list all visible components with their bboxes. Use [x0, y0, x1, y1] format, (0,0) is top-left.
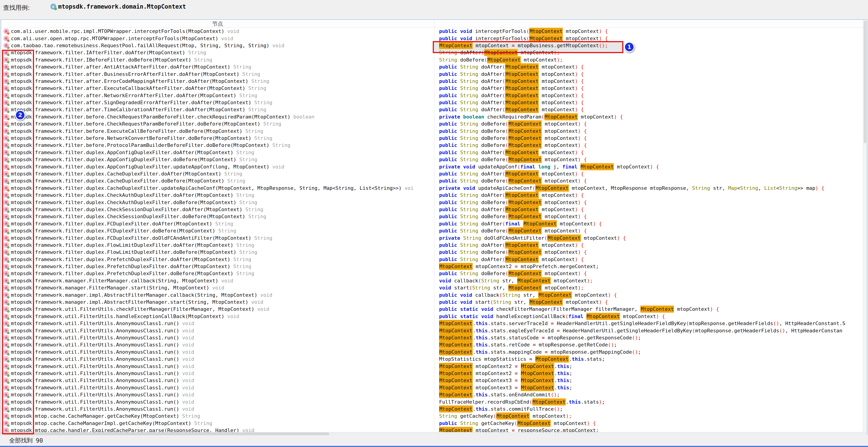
- usage-node-row[interactable]: mcom.taobao.tao.remotebusiness.RequestPo…: [1, 42, 434, 49]
- usage-code-row[interactable]: String doBefore(MtopContext mtopContext)…: [435, 56, 864, 63]
- usage-node-row[interactable]: mmtopsdk.framework.filter.after.Business…: [1, 70, 434, 78]
- usage-code-row[interactable]: MtopContext.this.stats.mappingCode = mto…: [435, 349, 864, 356]
- usage-node-row[interactable]: mmtopsdk.framework.filter.duplex.AppConf…: [1, 156, 434, 163]
- usage-code-row[interactable]: public String doAfter(MtopContext mtopCo…: [435, 191, 864, 199]
- usage-node-row[interactable]: mmtopsdk.framework.util.FilterUtils.Anon…: [1, 356, 434, 362]
- usage-code-row[interactable]: MtopContext.this.stats.commitFullTrace()…: [435, 406, 864, 413]
- usage-node-row[interactable]: mmtopsdk.framework.filter.duplex.AppConf…: [1, 163, 434, 170]
- usage-code-row[interactable]: String getCacheKey(MtopContext mtopConte…: [435, 413, 864, 420]
- usage-node-row[interactable]: mmtopsdk.framework.filter.before.Network…: [1, 135, 434, 142]
- usage-node-row[interactable]: mmtopsdk.framework.filter.before.CheckRe…: [1, 120, 434, 127]
- usage-node-row[interactable]: mmtopsdk.framework.filter.duplex.CacheDu…: [1, 185, 434, 191]
- usage-node-row[interactable]: mmtopsdk.framework.manager.FilterManager…: [1, 284, 434, 291]
- usage-node-row[interactable]: mmtopsdk.framework.manager.impl.Abstract…: [1, 299, 434, 305]
- usage-code-row[interactable]: public String doAfter(MtopContext mtopCo…: [435, 242, 864, 248]
- usage-node-row[interactable]: mmtopsdk.framework.util.FilterUtils.Anon…: [1, 391, 434, 398]
- usage-code-row[interactable]: private String doOldFCAndAntiFilter(Mtop…: [435, 234, 864, 241]
- usage-node-row[interactable]: mmtopsdk.framework.filter.after.TimeCali…: [1, 106, 434, 113]
- usage-node-row[interactable]: mmtopsdk.framework.util.FilterUtils.Anon…: [1, 341, 434, 348]
- usage-code-row[interactable]: MtopContext.this.stats.retCode = mtopRes…: [435, 341, 864, 348]
- usage-node-row[interactable]: mmtopsdk.framework.filter.duplex.FlowLim…: [1, 242, 434, 248]
- usage-code-row[interactable]: private void updateApiCacheConf(MtopCont…: [435, 185, 864, 191]
- node-column-header[interactable]: 节点: [1, 20, 434, 28]
- usage-code-row[interactable]: public String doBefore(MtopContext mtopC…: [435, 227, 864, 234]
- usage-code-row[interactable]: public String doAfter(MtopContext mtopCo…: [435, 256, 864, 263]
- usage-code-row[interactable]: void callback(String str, MtopContext mt…: [435, 277, 864, 284]
- usage-code-row[interactable]: public String doBefore(MtopContext mtopC…: [435, 177, 864, 184]
- usage-code-row[interactable]: public String doAfter(MtopContext mtopCo…: [435, 99, 864, 106]
- usage-code-row[interactable]: private void updateAppConf(final long j,…: [435, 163, 864, 170]
- usage-code-row[interactable]: public String doAfter(MtopContext mtopCo…: [435, 106, 864, 113]
- usage-node-row[interactable]: mmtopsdk.framework.filter.duplex.CheckAu…: [1, 191, 434, 199]
- usage-node-row[interactable]: mmtopsdk.mtop.cache.handler.ExpiredCache…: [1, 427, 434, 432]
- usage-code-row[interactable]: public String getCacheKey(MtopContext mt…: [435, 420, 864, 426]
- usage-node-row[interactable]: mmtopsdk.framework.util.FilterUtils.Anon…: [1, 362, 434, 369]
- usage-node-row[interactable]: mmtopsdk.framework.filter.before.CheckRe…: [1, 113, 434, 120]
- column-divider[interactable]: [434, 20, 434, 431]
- usage-code-row[interactable]: public String doBefore(MtopContext mtopC…: [435, 270, 864, 277]
- usage-node-row[interactable]: mmtopsdk.framework.filter.duplex.FCDuple…: [1, 227, 434, 234]
- usage-node-row[interactable]: mmtopsdk.framework.filter.after.ExecuteC…: [1, 85, 434, 92]
- usage-node-row[interactable]: mmtopsdk.framework.filter.duplex.Prefetc…: [1, 263, 434, 270]
- usage-code-row[interactable]: public String doAfter(MtopContext mtopCo…: [435, 170, 864, 177]
- usage-code-row[interactable]: public String doBefore(MtopContext mtopC…: [435, 142, 864, 149]
- usage-code-row[interactable]: private boolean checkRequiredParam(MtopC…: [435, 113, 864, 120]
- usage-code-row[interactable]: MtopStatistics mtopStatistics = MtopCont…: [435, 356, 864, 362]
- usage-code-row[interactable]: public String doAfter(MtopContext mtopCo…: [435, 206, 864, 213]
- usage-code-row[interactable]: MtopContext mtopContext = responseSource…: [435, 427, 864, 432]
- usage-node-row[interactable]: mmtopsdk.framework.util.FilterUtils.Anon…: [1, 320, 434, 327]
- usage-node-row[interactable]: mmtopsdk.framework.filter.duplex.CheckAu…: [1, 199, 434, 206]
- usage-code-row[interactable]: public String doBefore(MtopContext mtopC…: [435, 248, 864, 256]
- usage-node-row[interactable]: mmtopsdk.framework.filter.after.AntiAtta…: [1, 63, 434, 70]
- usage-code-row[interactable]: MtopContext mtopContext3 = MtopContext.t…: [435, 384, 864, 391]
- usage-code-row[interactable]: MtopContext mtopContext2 = MtopContext.t…: [435, 362, 864, 369]
- usage-node-row[interactable]: mcom.ali.user.mobile.rpc.impl.MTOPWrappe…: [1, 28, 434, 35]
- usage-code-row[interactable]: public String doBefore(MtopContext mtopC…: [435, 213, 864, 220]
- usage-code-row[interactable]: public String doBefore(MtopContext mtopC…: [435, 120, 864, 127]
- usage-code-row[interactable]: public void interceptForTools(MtopContex…: [435, 28, 864, 35]
- usage-node-row[interactable]: mcom.ali.user.open.mtop.rpc.MTOPWrapper.…: [1, 35, 434, 42]
- usage-node-row[interactable]: mmtopsdk.framework.filter.duplex.FCDuple…: [1, 234, 434, 241]
- usage-node-row[interactable]: mmtopsdk.framework.util.FilterUtils.Anon…: [1, 377, 434, 384]
- horizontal-scrollbar-thumb[interactable]: [2, 433, 329, 435]
- usage-code-row[interactable]: public String doAfter(MtopContext mtopCo…: [435, 92, 864, 99]
- usage-node-row[interactable]: mmtopsdk.framework.filter.duplex.Prefetc…: [1, 256, 434, 263]
- usage-node-row[interactable]: mmtopsdk.framework.filter.IBeforeFilter.…: [1, 56, 434, 63]
- usage-code-row[interactable]: public void start(String str, MtopContex…: [435, 299, 864, 305]
- usage-node-row[interactable]: mmtopsdk.framework.util.FilterUtils.Anon…: [1, 384, 434, 391]
- usage-node-row[interactable]: mmtopsdk.framework.filter.duplex.Prefetc…: [1, 270, 434, 277]
- usage-code-row[interactable]: public String doBefore(MtopContext mtopC…: [435, 127, 864, 135]
- usage-node-row[interactable]: mmtopsdk.framework.util.FilterUtils.Anon…: [1, 334, 434, 341]
- usage-code-row[interactable]: public static void checkFilterManager(Fi…: [435, 305, 864, 312]
- usage-node-row[interactable]: mmtopsdk.framework.util.FilterUtils.Anon…: [1, 398, 434, 405]
- usage-node-row[interactable]: mmtopsdk.framework.filter.duplex.CheckSe…: [1, 213, 434, 220]
- usage-code-row[interactable]: MtopContext.this.stats.onEndAndCommit();: [435, 391, 864, 398]
- usage-code-row[interactable]: MtopContext.this.stats.eagleEyeTraceId =…: [435, 327, 864, 334]
- usage-code-row[interactable]: FullTraceHelper.recordRspCbEnd(MtopConte…: [435, 398, 864, 405]
- usage-node-row[interactable]: mmtopsdk.mtop.cache.CacheManagerImpl.get…: [1, 420, 434, 426]
- horizontal-scrollbar[interactable]: [1, 432, 867, 436]
- usage-node-row[interactable]: mmtopsdk.framework.filter.duplex.FlowLim…: [1, 248, 434, 256]
- usage-code-row[interactable]: public String doBefore(MtopContext mtopC…: [435, 135, 864, 142]
- usage-node-row[interactable]: mmtopsdk.framework.filter.duplex.CacheDu…: [1, 177, 434, 184]
- usage-code-row[interactable]: public String doAfter(MtopContext mtopCo…: [435, 78, 864, 85]
- usage-node-row[interactable]: mmtopsdk.framework.filter.after.ErrorCod…: [1, 78, 434, 85]
- usage-code-row[interactable]: public String doAfter(MtopContext mtopCo…: [435, 63, 864, 70]
- usage-node-row[interactable]: mmtopsdk.framework.filter.duplex.CheckSe…: [1, 206, 434, 213]
- usage-node-row[interactable]: mmtopsdk.framework.util.FilterUtils.Anon…: [1, 349, 434, 356]
- vertical-scrollbar[interactable]: [863, 20, 867, 432]
- usage-node-row[interactable]: mmtopsdk.framework.filter.after.NetworkE…: [1, 92, 434, 99]
- usage-node-row[interactable]: mmtopsdk.framework.util.FilterUtils.Anon…: [1, 327, 434, 334]
- usage-code-row[interactable]: MtopContext mtopContext2 = mtopPrefetch.…: [435, 263, 864, 270]
- usage-node-row[interactable]: mmtopsdk.framework.filter.duplex.CacheDu…: [1, 170, 434, 177]
- usage-node-row[interactable]: mmtopsdk.framework.manager.impl.Abstract…: [1, 291, 434, 298]
- usage-code-row[interactable]: public void callback(String str, MtopCon…: [435, 291, 864, 298]
- usage-code-row[interactable]: public static void handleExceptionCallBa…: [435, 313, 864, 320]
- usage-node-row[interactable]: mmtopsdk.framework.util.FilterUtils.Anon…: [1, 406, 434, 413]
- usage-code-row[interactable]: public String doBefore(MtopContext mtopC…: [435, 199, 864, 206]
- usage-code-row[interactable]: public String doBefore(MtopContext mtopC…: [435, 156, 864, 163]
- usage-node-row[interactable]: mmtopsdk.framework.manager.FilterManager…: [1, 277, 434, 284]
- usage-code-row[interactable]: MtopContext.this.stats.serverTraceId = H…: [435, 320, 864, 327]
- usage-node-row[interactable]: mmtopsdk.framework.filter.duplex.FCDuple…: [1, 220, 434, 227]
- usage-code-row[interactable]: MtopContext mtopContext2 = MtopContext.t…: [435, 370, 864, 377]
